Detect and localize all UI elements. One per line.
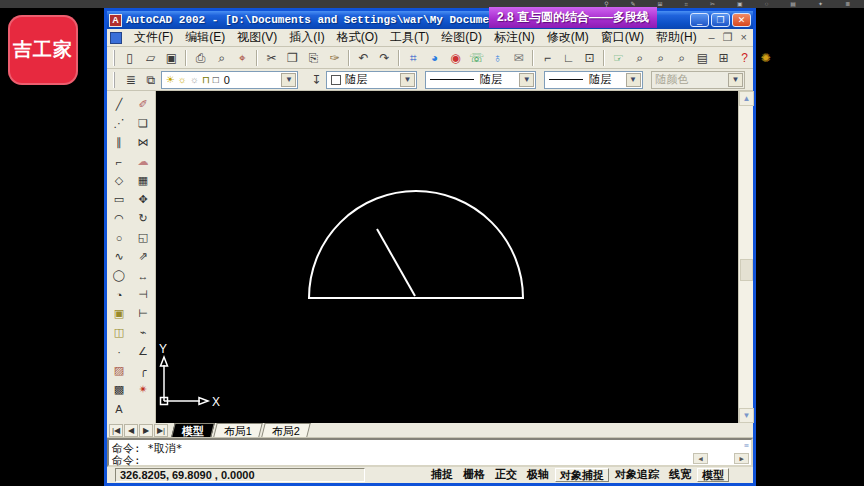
toggle-模型[interactable]: 模型 xyxy=(697,468,729,482)
circle-tool-icon[interactable]: ○ xyxy=(109,228,130,247)
lengthen-tool-icon[interactable]: ↔ xyxy=(133,266,154,285)
temporary-track-point-icon[interactable]: ⌐ xyxy=(537,48,558,67)
region-tool-icon[interactable]: ▩ xyxy=(109,380,130,399)
fillet-tool-icon[interactable]: ╭ xyxy=(133,361,154,380)
chamfer-tool-icon[interactable]: ∠ xyxy=(133,342,154,361)
ellipse-arc-tool-icon[interactable]: ◔ xyxy=(109,285,130,304)
erase-tool-icon[interactable]: ✐ xyxy=(133,95,154,114)
maximize-button[interactable]: ❐ xyxy=(711,13,730,27)
toolbar-grip[interactable] xyxy=(113,72,117,88)
line-tool-icon[interactable]: ╱ xyxy=(109,95,130,114)
toolbar-grip[interactable] xyxy=(113,50,115,66)
toggle-对象捕捉[interactable]: 对象捕捉 xyxy=(555,468,609,482)
spline-tool-icon[interactable]: ∿ xyxy=(109,247,130,266)
redo-icon[interactable]: ↷ xyxy=(374,48,395,67)
extend-tool-icon[interactable]: ⊢ xyxy=(133,304,154,323)
doc-restore-icon[interactable]: ❐ xyxy=(723,31,733,44)
multiline-tool-icon[interactable]: ∥ xyxy=(109,133,130,152)
make-block-tool-icon[interactable]: ◫ xyxy=(109,323,130,342)
toggle-正交[interactable]: 正交 xyxy=(491,468,521,482)
command-scroll-grip[interactable]: ≡ xyxy=(744,441,749,450)
menu-item-文[interactable]: 文件(F) xyxy=(128,28,179,47)
toggle-极轴[interactable]: 极轴 xyxy=(523,468,553,482)
point-tool-icon[interactable]: · xyxy=(109,342,130,361)
vertical-scrollbar[interactable]: ▲ ▼ xyxy=(738,91,753,423)
menu-item-帮[interactable]: 帮助(H) xyxy=(650,28,703,47)
new-file-icon[interactable]: ▯ xyxy=(119,48,140,67)
doc-minimize-icon[interactable]: – xyxy=(709,31,715,44)
explode-tool-icon[interactable]: ✴ xyxy=(133,380,154,399)
scale-tool-icon[interactable]: ◱ xyxy=(133,228,154,247)
rectangle-tool-icon[interactable]: ▭ xyxy=(109,190,130,209)
text-tool-icon[interactable]: A xyxy=(109,399,130,418)
move-tool-icon[interactable]: ✥ xyxy=(133,190,154,209)
lineweight-dropdown[interactable]: 随层 ▼ xyxy=(544,71,642,89)
tab-last-icon[interactable]: ▶| xyxy=(154,424,168,437)
copy-icon[interactable]: ❐ xyxy=(282,48,303,67)
pan-realtime-icon[interactable]: ☞ xyxy=(608,48,629,67)
autodesk-point-a-icon[interactable]: ◉ xyxy=(445,48,466,67)
make-layer-current-icon[interactable]: ↧ xyxy=(306,70,326,89)
toggle-栅格[interactable]: 栅格 xyxy=(459,468,489,482)
scroll-right-icon[interactable]: ▶ xyxy=(734,453,749,464)
active-assistance-icon[interactable]: ✺ xyxy=(755,48,776,67)
chevron-down-icon[interactable]: ▼ xyxy=(519,73,534,87)
insert-block-tool-icon[interactable]: ▣ xyxy=(109,304,130,323)
minimize-button[interactable]: _ xyxy=(690,13,709,27)
polygon-tool-icon[interactable]: ◇ xyxy=(109,171,130,190)
polyline-tool-icon[interactable]: ⌐ xyxy=(109,152,130,171)
menu-item-工[interactable]: 工具(T) xyxy=(384,28,435,47)
command-window[interactable]: 命令: *取消*命令: ≡ ◀ ▶ xyxy=(107,438,753,467)
zoom-window-icon[interactable]: ⌕ xyxy=(650,48,671,67)
rotate-tool-icon[interactable]: ↻ xyxy=(133,209,154,228)
ucs-tool-icon[interactable]: ⊡ xyxy=(579,48,600,67)
color-dropdown[interactable]: 随层 ▼ xyxy=(326,71,417,89)
layers-icon[interactable]: ⧉ xyxy=(141,70,161,89)
find-icon[interactable]: ⌖ xyxy=(232,48,253,67)
cut-icon[interactable]: ✂ xyxy=(261,48,282,67)
tab-next-icon[interactable]: ▶ xyxy=(139,424,153,437)
insert-hyperlink-icon[interactable]: ⌗ xyxy=(403,48,424,67)
match-properties-icon[interactable]: ✑ xyxy=(324,48,345,67)
tab-模型[interactable]: 模型 xyxy=(171,423,214,437)
offset-tool-icon[interactable]: ☁ xyxy=(133,152,154,171)
menu-item-窗[interactable]: 窗口(W) xyxy=(595,28,650,47)
scroll-left-icon[interactable]: ◀ xyxy=(693,453,708,464)
close-button[interactable]: ✕ xyxy=(732,13,751,27)
ellipse-tool-icon[interactable]: ◯ xyxy=(109,266,130,285)
chevron-down-icon[interactable]: ▼ xyxy=(400,73,415,87)
construction-line-tool-icon[interactable]: ⋰ xyxy=(109,114,130,133)
copy-object-tool-icon[interactable]: ❏ xyxy=(133,114,154,133)
break-tool-icon[interactable]: ⌁ xyxy=(133,323,154,342)
scrollbar-thumb[interactable] xyxy=(740,259,753,281)
print-icon[interactable]: ⎙ xyxy=(190,48,211,67)
menu-item-修[interactable]: 修改(M) xyxy=(541,28,595,47)
layer-dropdown[interactable]: ☀☼☼⊓□ 0 ▼ xyxy=(161,71,299,89)
save-icon[interactable]: ▣ xyxy=(161,48,182,67)
menu-item-标[interactable]: 标注(N) xyxy=(488,28,541,47)
open-file-icon[interactable]: ▱ xyxy=(140,48,161,67)
zoom-realtime-icon[interactable]: ⌕ xyxy=(629,48,650,67)
scroll-up-icon[interactable]: ▲ xyxy=(739,91,754,106)
autocad-today-icon[interactable]: ◕ xyxy=(424,48,445,67)
hatch-tool-icon[interactable]: ▨ xyxy=(109,361,130,380)
drawing-canvas[interactable]: Y X xyxy=(156,91,738,423)
mirror-tool-icon[interactable]: ⋈ xyxy=(133,133,154,152)
doc-close-icon[interactable]: × xyxy=(741,31,747,44)
snap-from-icon[interactable]: ∟ xyxy=(558,48,579,67)
menu-item-格[interactable]: 格式(O) xyxy=(331,28,384,47)
menu-item-编[interactable]: 编辑(E) xyxy=(179,28,231,47)
tab-布局2[interactable]: 布局2 xyxy=(261,423,311,437)
toggle-对象追踪[interactable]: 对象追踪 xyxy=(611,468,663,482)
tab-布局1[interactable]: 布局1 xyxy=(213,423,263,437)
stretch-tool-icon[interactable]: ⇗ xyxy=(133,247,154,266)
toggle-线宽[interactable]: 线宽 xyxy=(665,468,695,482)
layer-manager-icon[interactable]: ≣ xyxy=(121,70,141,89)
array-tool-icon[interactable]: ▦ xyxy=(133,171,154,190)
help-icon[interactable]: ? xyxy=(734,48,755,67)
etransmit-icon[interactable]: ✉ xyxy=(508,48,529,67)
tab-first-icon[interactable]: |◀ xyxy=(109,424,123,437)
chevron-down-icon[interactable]: ▼ xyxy=(281,73,296,87)
arc-tool-icon[interactable]: ◠ xyxy=(109,209,130,228)
zoom-previous-icon[interactable]: ⌕ xyxy=(671,48,692,67)
